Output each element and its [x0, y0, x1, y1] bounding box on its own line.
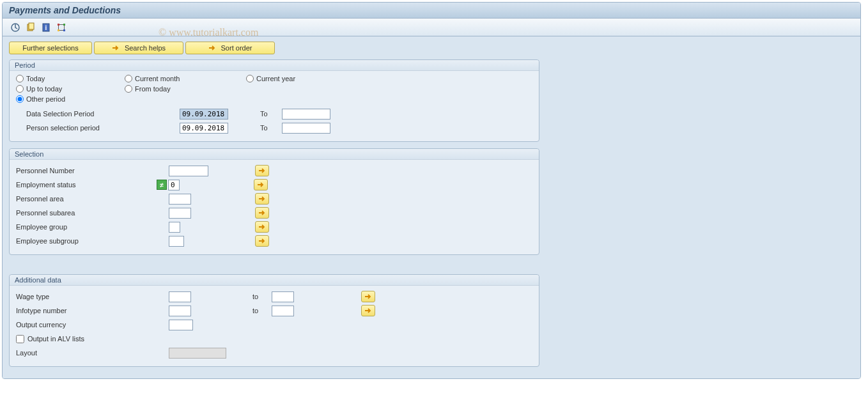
employee-subgroup-label: Employee subgroup — [16, 237, 157, 245]
icon-toolbar: i — [3, 19, 860, 36]
get-variant-icon[interactable] — [24, 21, 37, 34]
content-area: Further selections Search helps Sort ord… — [3, 36, 860, 378]
personnel-subarea-label: Personnel subarea — [16, 209, 157, 217]
infotype-multi-button[interactable] — [361, 305, 375, 316]
search-helps-button[interactable]: Search helps — [94, 42, 183, 54]
personnel-area-input[interactable] — [169, 194, 191, 205]
person-selection-from-input[interactable] — [180, 123, 228, 134]
sort-order-label: Sort order — [221, 44, 252, 52]
radio-up-to-today[interactable]: Up to today — [16, 85, 125, 93]
not-equal-icon[interactable]: ≠ — [157, 180, 167, 190]
data-selection-from-input[interactable] — [180, 109, 228, 120]
alv-label: Output in ALV lists — [27, 335, 84, 343]
radio-other-period-label: Other period — [26, 95, 65, 103]
svg-rect-5 — [58, 24, 59, 26]
radio-current-month[interactable]: Current month — [125, 75, 246, 82]
infotype-from-input[interactable] — [169, 306, 191, 316]
infotype-number-label: Infotype number — [16, 307, 157, 314]
personnel-subarea-multi-button[interactable] — [255, 207, 269, 219]
layout-input[interactable] — [169, 348, 226, 359]
infotype-to-input[interactable] — [272, 306, 294, 316]
radio-up-to-today-label: Up to today — [26, 85, 62, 93]
button-row: Further selections Search helps Sort ord… — [9, 42, 854, 54]
employee-group-input[interactable] — [169, 222, 180, 233]
radio-today-label: Today — [26, 75, 45, 82]
infotype-to-label: to — [252, 307, 272, 314]
employment-status-input[interactable] — [168, 180, 180, 190]
period-group: Period Today Current month Current year … — [9, 59, 539, 142]
radio-current-month-label: Current month — [135, 75, 180, 82]
person-selection-period-label: Person selection period — [16, 124, 157, 132]
wage-type-label: Wage type — [16, 293, 157, 300]
svg-rect-8 — [63, 29, 65, 31]
data-selection-to-input[interactable] — [282, 109, 330, 120]
radio-current-year-label: Current year — [256, 75, 295, 82]
wage-type-to-label: to — [252, 293, 272, 300]
org-structure-icon[interactable] — [55, 21, 68, 34]
radio-current-year[interactable]: Current year — [246, 75, 374, 82]
to-label-2: To — [228, 124, 282, 132]
personnel-number-input[interactable] — [169, 166, 208, 176]
period-group-title: Period — [10, 60, 539, 71]
radio-other-period[interactable]: Other period — [16, 95, 125, 103]
info-icon[interactable]: i — [40, 21, 52, 34]
employee-subgroup-input[interactable] — [169, 236, 184, 247]
employment-status-label: Employment status — [16, 181, 157, 189]
search-helps-label: Search helps — [125, 44, 166, 52]
data-selection-period-label: Data Selection Period — [16, 110, 157, 118]
personnel-number-multi-button[interactable] — [255, 165, 269, 176]
further-selections-label: Further selections — [22, 44, 78, 52]
employee-subgroup-multi-button[interactable] — [255, 235, 269, 247]
employee-group-multi-button[interactable] — [255, 221, 269, 233]
wage-type-multi-button[interactable] — [361, 291, 375, 302]
wage-type-from-input[interactable] — [169, 291, 191, 302]
employment-status-multi-button[interactable] — [254, 179, 268, 190]
sort-order-button[interactable]: Sort order — [185, 42, 275, 54]
svg-rect-6 — [63, 24, 65, 26]
personnel-area-multi-button[interactable] — [255, 193, 269, 205]
wage-type-to-input[interactable] — [272, 291, 294, 302]
output-currency-label: Output currency — [16, 321, 157, 329]
further-selections-button[interactable]: Further selections — [9, 42, 92, 54]
main-panel: Payments and Deductions i © www.tutorial… — [2, 2, 861, 379]
person-selection-to-input[interactable] — [282, 123, 330, 134]
radio-from-today-label: From today — [135, 85, 171, 93]
personnel-subarea-input[interactable] — [169, 208, 191, 219]
arrow-right-icon — [112, 45, 120, 51]
arrow-right-icon — [208, 45, 216, 51]
radio-from-today[interactable]: From today — [125, 85, 246, 93]
svg-rect-7 — [58, 29, 59, 31]
svg-text:i: i — [45, 24, 47, 31]
selection-group: Selection Personnel Number Employment st… — [9, 148, 539, 255]
layout-label: Layout — [16, 349, 157, 357]
radio-today[interactable]: Today — [16, 75, 125, 82]
selection-group-title: Selection — [10, 149, 539, 160]
personnel-area-label: Personnel area — [16, 195, 157, 203]
personnel-number-label: Personnel Number — [16, 167, 157, 174]
employee-group-label: Employee group — [16, 223, 157, 231]
execute-icon[interactable] — [9, 21, 22, 34]
svg-rect-2 — [29, 23, 34, 29]
additional-data-group-title: Additional data — [10, 275, 539, 286]
alv-checkbox[interactable] — [16, 335, 24, 343]
output-currency-input[interactable] — [169, 320, 193, 330]
to-label-1: To — [228, 110, 282, 118]
additional-data-group: Additional data Wage type to Infotype nu… — [9, 274, 539, 367]
page-title: Payments and Deductions — [3, 3, 860, 19]
